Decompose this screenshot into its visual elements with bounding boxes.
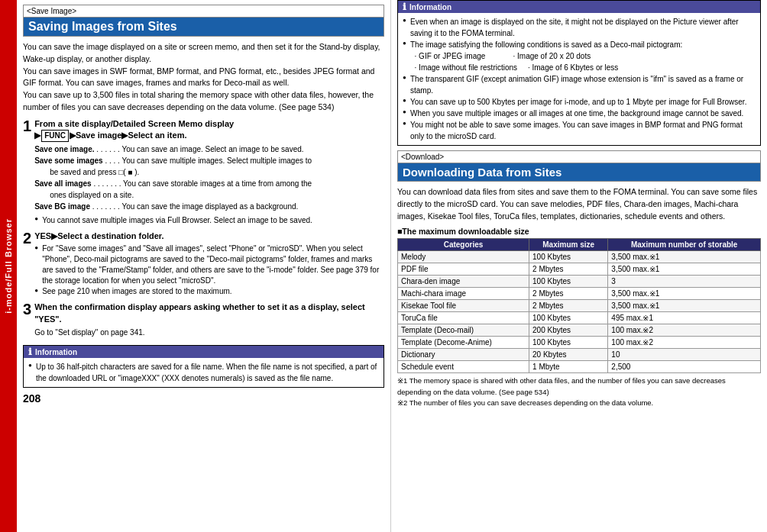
step-3-title: When the confirmation display appears as… [34, 301, 384, 325]
download-large-title: Downloading Data from Sites [398, 163, 760, 181]
step-2-number: 2 [23, 231, 31, 246]
table-cell: 2,500 [608, 361, 761, 373]
table-cell: Kisekae Tool file [398, 300, 529, 312]
step-1-title: From a site display/Detailed Screen Memo… [34, 118, 384, 142]
info-box-top: Information Even when an image is displa… [397, 0, 761, 146]
intro-p3: You can save up to 3,500 files in total … [23, 89, 384, 114]
func-box: FUNC [41, 130, 69, 142]
table-cell: 100 Kbytes [529, 251, 608, 263]
step-1: 1 From a site display/Detailed Screen Me… [23, 118, 384, 226]
table-row: Chara-den image100 Kbytes3 [398, 276, 761, 288]
col-max-storable: Maximum number of storable [608, 239, 761, 251]
left-column: <Save Image> Saving Images from Sites Yo… [17, 0, 391, 532]
table-cell: Melody [398, 251, 529, 263]
step-1-desc: Save one image. . . . . . . You can save… [34, 143, 384, 212]
step-2-content: YES▶Select a destination folder. For "Sa… [34, 231, 384, 297]
page-number: 208 [23, 392, 384, 405]
table-cell: 100 Kbytes [529, 312, 608, 324]
step-2-bullet-1: For "Save some images" and "Save all ima… [34, 243, 384, 286]
step-3-number: 3 [23, 301, 31, 317]
info-top-bullet-5: When you save multiple images or all ima… [403, 108, 756, 119]
info-top-bullet-6: You might not be able to save some image… [403, 119, 756, 142]
download-header: <Download> Downloading Data from Sites [397, 150, 761, 182]
table-row: PDF file2 Mbytes3,500 max.※1 [398, 263, 761, 276]
table-cell: Schedule event [398, 361, 529, 373]
table-cell: 3,500 max.※1 [608, 263, 761, 276]
info-box-left-content: Up to 36 half-pitch characters are saved… [24, 358, 384, 387]
save-image-header: <Save Image> Saving Images from Sites [23, 5, 384, 37]
download-intro: You can download data files from sites a… [397, 186, 761, 222]
table-cell: 1 Mbyte [529, 361, 608, 373]
table-title: ■The maximum downloadable size [397, 227, 761, 236]
table-row: Dictionary20 Kbytes10 [398, 349, 761, 361]
step-2-title: YES▶Select a destination folder. [34, 231, 384, 242]
table-cell: 10 [608, 349, 761, 361]
table-header-row: Categories Maximum size Maximum number o… [398, 239, 761, 251]
info-box-left: Information Up to 36 half-pitch characte… [23, 345, 384, 388]
table-row: Machi-chara image2 Mbytes3,500 max.※1 [398, 288, 761, 300]
table-row: Schedule event1 Mbyte2,500 [398, 361, 761, 373]
info-box-left-header: Information [24, 346, 384, 358]
table-cell: 3,500 max.※1 [608, 251, 761, 263]
table-row: Kisekae Tool file2 Mbytes3,500 max.※1 [398, 300, 761, 312]
table-cell: 3 [608, 276, 761, 288]
table-cell: 2 Mbytes [529, 263, 608, 276]
info-bullet-left: Up to 36 half-pitch characters are saved… [28, 361, 379, 384]
step-3-desc: Go to "Set display" on page 341. [34, 327, 384, 338]
table-cell: Template (Decome-Anime) [398, 337, 529, 349]
footnote-1-text: ※1 The memory space is shared with other… [397, 376, 761, 398]
save-some-desc2: be saved and press □( ■ ). [50, 166, 384, 178]
sidebar-label: i-mode/Full Browser [4, 218, 13, 314]
table-cell: ToruCa file [398, 312, 529, 324]
sidebar: i-mode/Full Browser [0, 0, 17, 532]
info-box-top-content: Even when an image is displayed on the s… [398, 13, 760, 145]
table-cell: Dictionary [398, 349, 529, 361]
step-1-content: From a site display/Detailed Screen Memo… [34, 118, 384, 226]
step-2: 2 YES▶Select a destination folder. For "… [23, 231, 384, 297]
table-cell: 3,500 max.※1 [608, 300, 761, 312]
right-column: Information Even when an image is displa… [391, 0, 767, 532]
step-3-content: When the confirmation display appears as… [34, 301, 384, 340]
info-top-bullet-3: The transparent GIF (except animation GI… [403, 73, 756, 96]
info-box-top-header: Information [398, 1, 760, 13]
col-categories: Categories [398, 239, 529, 251]
footnote-1: ※1 The memory space is shared with other… [397, 376, 761, 408]
intro-text: You can save the image displayed on a si… [23, 41, 384, 114]
step-3: 3 When the confirmation display appears … [23, 301, 384, 340]
info-top-bullet-4: You can save up to 500 Kbytes per image … [403, 96, 756, 108]
save-some-desc: Save some images . . . . You can save mu… [34, 155, 384, 166]
table-cell: Template (Deco-mail) [398, 324, 529, 337]
table-cell: 200 Kbytes [529, 324, 608, 337]
save-all-desc2: ones displayed on a site. [50, 189, 384, 201]
table-row: Template (Decome-Anime)100 Kbytes100 max… [398, 337, 761, 349]
table-cell: Chara-den image [398, 276, 529, 288]
table-cell: 100 Kbytes [529, 337, 608, 349]
table-cell: 100 Kbytes [529, 276, 608, 288]
step-1-bullet: You cannot save multiple images via Full… [34, 214, 384, 226]
table-cell: 100 max.※2 [608, 337, 761, 349]
col-max-size: Maximum size [529, 239, 608, 251]
table-cell: 100 max.※2 [608, 324, 761, 337]
intro-p2: You can save images in SWF format, BMP f… [23, 66, 384, 90]
save-image-small-title: <Save Image> [24, 5, 384, 18]
save-one-desc: Save one image. . . . . . . You can save… [34, 143, 384, 155]
table-section: ■The maximum downloadable size Categorie… [397, 227, 761, 408]
info-top-bullet-1: Even when an image is displayed on the s… [403, 16, 756, 39]
table-cell: PDF file [398, 263, 529, 276]
save-image-large-title: Saving Images from Sites [24, 18, 384, 36]
info-top-bullet-2: The image satisfying the following condi… [403, 39, 756, 73]
intro-p1: You can save the image displayed on a si… [23, 41, 384, 66]
table-cell: 3,500 max.※1 [608, 288, 761, 300]
step-2-bullet-2: See page 210 when images are stored to t… [34, 286, 384, 297]
main-content: <Save Image> Saving Images from Sites Yo… [17, 0, 767, 532]
table-cell: 2 Mbytes [529, 288, 608, 300]
download-small-title: <Download> [398, 151, 760, 163]
save-bg-desc: Save BG image . . . . . . . You can save… [34, 201, 384, 212]
table-cell: 2 Mbytes [529, 300, 608, 312]
table-cell: 20 Kbytes [529, 349, 608, 361]
table-cell: Machi-chara image [398, 288, 529, 300]
save-all-desc: Save all images . . . . . . . You can sa… [34, 178, 384, 189]
download-table: Categories Maximum size Maximum number o… [397, 238, 761, 373]
step-1-number: 1 [23, 118, 31, 134]
table-row: Melody100 Kbytes3,500 max.※1 [398, 251, 761, 263]
